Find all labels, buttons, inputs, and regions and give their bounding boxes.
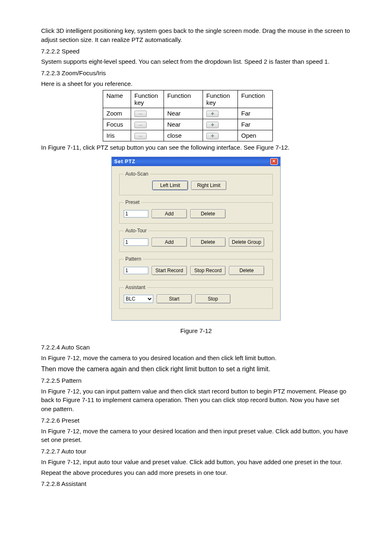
table-row: Iris close Open [103, 130, 273, 141]
pattern-group: Pattern Start Record Stop Record Delete [119, 256, 273, 280]
autotour-deletegroup-button[interactable]: Delete Group [229, 238, 264, 247]
heading-pattern: 7.2.2.5 Pattern [41, 376, 351, 385]
pattern-legend: Pattern [124, 256, 143, 262]
assistant-stop-button[interactable]: Stop [195, 294, 231, 303]
minus-icon [134, 122, 147, 128]
cell-name: Focus [103, 119, 131, 130]
heading-zoom-focus-iris: 7.2.2.3 Zoom/Focus/Iris [41, 69, 351, 78]
autotour-input[interactable] [124, 238, 148, 246]
preset-group: Preset Add Delete [119, 199, 273, 224]
th-fkey: Function key [203, 90, 238, 108]
pattern-delete-button[interactable]: Delete [229, 266, 264, 275]
pattern-stoprecord-button[interactable]: Stop Record [190, 266, 226, 275]
cell-func: Open [238, 130, 273, 141]
heading-autotour: 7.2.2.7 Auto tour [41, 447, 351, 456]
heading-speed: 7.2.2.2 Speed [41, 47, 351, 56]
th-fkey: Function key [131, 90, 164, 108]
heading-assistant: 7.2.2.8 Assistant [41, 479, 351, 488]
cell-name: Iris [103, 130, 131, 141]
cell-func: Far [238, 108, 273, 119]
th-func: Function [238, 90, 273, 108]
cell-func: Near [164, 108, 203, 119]
cell-func: Far [238, 119, 273, 130]
set-ptz-dialog: Set PTZ × Auto-Scan Left Limit Right Lim… [111, 157, 281, 321]
left-limit-button[interactable]: Left Limit [152, 181, 188, 190]
body-text: In Figure 7-12, input auto tour value an… [41, 458, 351, 467]
autoscan-group: Auto-Scan Left Limit Right Limit [119, 171, 273, 195]
body-text: Repeat the above procedures you can add … [41, 468, 351, 477]
preset-delete-button[interactable]: Delete [190, 209, 226, 218]
autotour-legend: Auto-Tour [124, 228, 148, 234]
assistant-legend: Assistant [124, 284, 147, 290]
close-icon[interactable]: × [270, 158, 278, 165]
body-text: Click 3D intelligent positioning key, sy… [41, 26, 351, 44]
heading-autoscan: 7.2.2.4 Auto Scan [41, 343, 351, 352]
body-text: Then move the camera again and then clic… [41, 364, 351, 374]
cell-func: close [164, 130, 203, 141]
plus-icon [206, 122, 219, 128]
pattern-startrecord-button[interactable]: Start Record [152, 266, 187, 275]
table-row: Zoom Near Far [103, 108, 273, 119]
minus-icon [134, 111, 147, 117]
autotour-group: Auto-Tour Add Delete Delete Group [119, 228, 273, 252]
body-text: Here is a sheet for you reference. [41, 79, 351, 88]
figure-caption: Figure 7-12 [41, 326, 351, 335]
body-text: System supports eight-level speed. You c… [41, 57, 351, 66]
heading-preset: 7.2.2.6 Preset [41, 416, 351, 425]
table-row: Name Function key Function Function key … [103, 90, 273, 108]
table-row: Focus Near Far [103, 119, 273, 130]
preset-add-button[interactable]: Add [152, 209, 187, 218]
dialog-title: Set PTZ [114, 159, 136, 164]
zfi-table: Name Function key Function Function key … [103, 90, 273, 141]
th-func: Function [164, 90, 203, 108]
body-text: In Figure 7-11, click PTZ setup button y… [41, 143, 351, 152]
assistant-start-button[interactable]: Start [157, 294, 192, 303]
autoscan-legend: Auto-Scan [124, 171, 150, 177]
assistant-group: Assistant BLC Start Stop [119, 284, 273, 309]
th-name: Name [103, 90, 131, 108]
autotour-delete-button[interactable]: Delete [190, 238, 226, 247]
autotour-add-button[interactable]: Add [152, 238, 187, 247]
body-text: In Figure 7-12, move the camera to you d… [41, 354, 351, 363]
body-text: In Figure 7-12, move the camera to your … [41, 427, 351, 445]
cell-func: Near [164, 119, 203, 130]
right-limit-button[interactable]: Right Limit [191, 181, 226, 190]
body-text: In Figure 7-12, you can input pattern va… [41, 387, 351, 414]
pattern-input[interactable] [124, 267, 148, 274]
preset-legend: Preset [124, 199, 141, 205]
plus-icon [206, 133, 219, 139]
assistant-select[interactable]: BLC [124, 295, 153, 303]
plus-icon [206, 111, 219, 117]
cell-name: Zoom [103, 108, 131, 119]
preset-input[interactable] [124, 210, 148, 217]
minus-icon [134, 133, 147, 139]
